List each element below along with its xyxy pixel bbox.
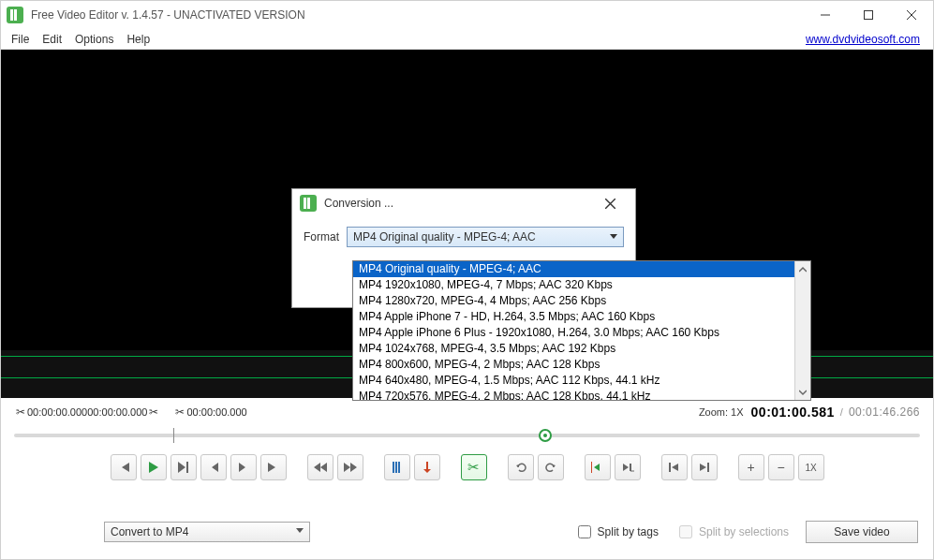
seek-bar[interactable]: [1, 422, 933, 449]
minimize-icon: [821, 10, 830, 20]
svg-marker-3: [594, 464, 600, 471]
svg-marker-2: [178, 462, 185, 473]
format-selected-value: MP4 Original quality - MPEG-4; AAC: [353, 230, 536, 243]
cursor-time: 00:00:00.000: [186, 406, 246, 418]
format-option[interactable]: MP4 640x480, MPEG-4, 1.5 Mbps; AAC 112 K…: [353, 373, 794, 389]
play-button[interactable]: [141, 454, 167, 480]
playback-toolbar: ✂ + − 1X: [1, 449, 933, 486]
bottom-bar: Convert to MP4 Split by tags Split by se…: [1, 518, 933, 546]
zoom-reset-label: 1X: [805, 463, 816, 473]
split-by-tags-label: Split by tags: [598, 525, 659, 538]
close-button[interactable]: [890, 1, 933, 29]
menu-options[interactable]: Options: [68, 31, 120, 48]
undo-button[interactable]: [508, 454, 534, 480]
goto-start-button[interactable]: [111, 454, 137, 480]
scroll-track[interactable]: [795, 277, 810, 384]
zoom-label: Zoom: 1X: [699, 406, 744, 418]
shrink-right-icon: [621, 462, 634, 473]
close-icon: [605, 199, 615, 209]
redo-button[interactable]: [538, 454, 564, 480]
format-option[interactable]: MP4 800x600, MPEG-4, 2 Mbps; AAC 128 Kbp…: [353, 357, 794, 373]
format-option[interactable]: MP4 1024x768, MPEG-4, 3.5 Mbps; AAC 192 …: [353, 341, 794, 357]
seek-handle[interactable]: [539, 429, 552, 442]
shrink-left-button[interactable]: [585, 454, 611, 480]
play-icon: [149, 462, 158, 473]
scissor-icon: ✂: [467, 459, 480, 476]
zoom-out-button[interactable]: −: [768, 454, 794, 480]
mark-in-scissor-icon: ✂: [16, 405, 25, 419]
svg-marker-5: [672, 464, 678, 471]
chevron-down-icon: [799, 389, 807, 396]
play-selection-button[interactable]: [170, 454, 197, 480]
zoom-in-button[interactable]: +: [738, 454, 764, 480]
format-option[interactable]: MP4 1280x720, MPEG-4, 4 Mbps; AAC 256 Kb…: [353, 293, 794, 309]
close-icon: [907, 10, 916, 20]
goto-end-button[interactable]: [260, 454, 287, 480]
menu-file[interactable]: File: [5, 31, 36, 48]
prev-frame-icon: [209, 463, 218, 472]
dialog-titlebar[interactable]: Conversion ...: [292, 189, 635, 217]
dialog-close-button[interactable]: [605, 199, 628, 209]
shrink-right-button[interactable]: [615, 454, 641, 480]
cursor-scissor-icon: ✂: [175, 405, 185, 419]
goto-mark-in-icon: [669, 463, 680, 472]
chevron-down-icon: [610, 234, 617, 239]
convert-format-value: Convert to MP4: [111, 525, 188, 538]
set-mark-in-button[interactable]: [384, 454, 410, 480]
format-option[interactable]: MP4 Apple iPhone 6 Plus - 1920x1080, H.2…: [353, 325, 794, 341]
scroll-down-button[interactable]: [795, 384, 810, 400]
window-title: Free Video Editor v. 1.4.57 - UNACTIVATE…: [31, 8, 305, 22]
menu-edit[interactable]: Edit: [36, 31, 68, 48]
format-dropdown-list[interactable]: MP4 Original quality - MPEG-4; AACMP4 19…: [352, 260, 811, 401]
seek-rail[interactable]: [14, 434, 920, 437]
website-link[interactable]: www.dvdvideosoft.com: [806, 33, 929, 46]
redo-icon: [545, 462, 556, 473]
dropdown-scrollbar[interactable]: [794, 261, 810, 400]
scroll-up-button[interactable]: [795, 261, 810, 277]
goto-mark-in-button[interactable]: [661, 454, 688, 480]
split-by-selections-input: [679, 525, 692, 538]
format-option[interactable]: MP4 Apple iPhone 7 - HD, H.264, 3.5 Mbps…: [353, 309, 794, 325]
dialog-logo-icon: [300, 195, 317, 212]
plus-icon: +: [747, 460, 754, 475]
fast-rewind-icon: [314, 463, 327, 472]
goto-end-icon: [268, 463, 279, 472]
mark-out-scissor-icon: ✂: [149, 405, 158, 419]
split-by-selections-label: Split by selections: [699, 525, 789, 538]
prev-frame-button[interactable]: [200, 454, 227, 480]
format-dropdown[interactable]: MP4 Original quality - MPEG-4; AAC: [347, 227, 624, 247]
save-video-button[interactable]: Save video: [806, 521, 918, 543]
svg-marker-6: [700, 464, 706, 471]
zoom-reset-button[interactable]: 1X: [798, 454, 824, 480]
mark-out-time: 00:00:00.000: [87, 406, 147, 418]
cut-button[interactable]: ✂: [461, 454, 487, 480]
goto-mark-out-button[interactable]: [691, 454, 718, 480]
time-separator: /: [840, 406, 843, 418]
goto-start-icon: [118, 463, 129, 472]
next-frame-icon: [239, 463, 248, 472]
seek-tick: [173, 428, 174, 443]
mark-in-icon: [392, 462, 403, 473]
maximize-icon: [864, 10, 873, 20]
fast-forward-button[interactable]: [337, 454, 363, 480]
play-selection-icon: [178, 462, 189, 473]
split-by-selections-checkbox: Split by selections: [675, 523, 789, 541]
set-mark-out-button[interactable]: [414, 454, 440, 480]
convert-format-combo[interactable]: Convert to MP4: [104, 522, 310, 542]
split-by-tags-input[interactable]: [578, 525, 591, 538]
maximize-button[interactable]: [847, 1, 890, 29]
total-time: 00:01:46.266: [849, 405, 920, 419]
minimize-button[interactable]: [804, 1, 847, 29]
svg-rect-0: [865, 11, 873, 20]
menu-help[interactable]: Help: [120, 31, 156, 48]
format-option[interactable]: MP4 720x576, MPEG-4, 2 Mbps; AAC 128 Kbp…: [353, 389, 794, 400]
title-bar: Free Video Editor v. 1.4.57 - UNACTIVATE…: [1, 1, 933, 29]
fast-rewind-button[interactable]: [307, 454, 334, 480]
format-option[interactable]: MP4 Original quality - MPEG-4; AAC: [353, 261, 794, 277]
split-by-tags-checkbox[interactable]: Split by tags: [574, 523, 659, 541]
current-time: 00:01:00.581: [751, 405, 835, 420]
timecode-row: ✂ 00:00:00.000 00:00:00.000 ✂ ✂ 00:00:00…: [1, 398, 933, 422]
format-option[interactable]: MP4 1920x1080, MPEG-4, 7 Mbps; AAC 320 K…: [353, 277, 794, 293]
next-frame-button[interactable]: [230, 454, 257, 480]
chevron-up-icon: [799, 266, 807, 273]
